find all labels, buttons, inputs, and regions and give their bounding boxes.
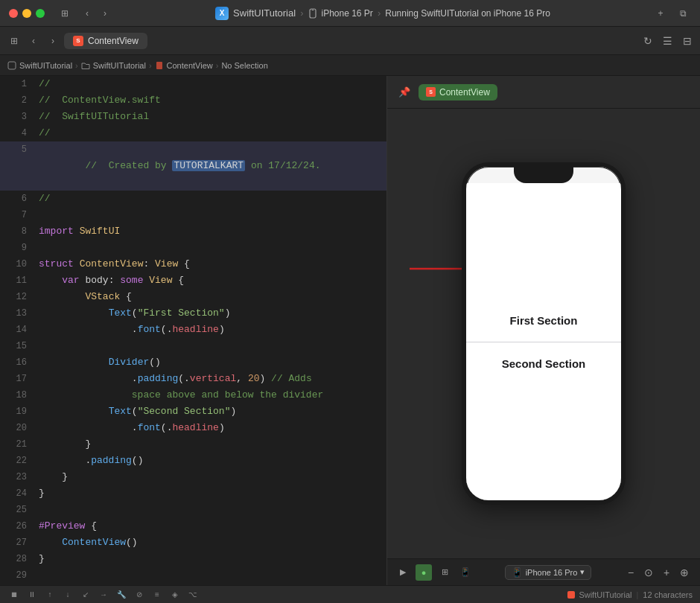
main-content: 1 // 2 // ContentView.swift 3 // SwiftUI… [0, 76, 700, 585]
preview-canvas: First Section Second Section [387, 109, 700, 558]
code-line-5: 5 // Created by TUTORIALKART on 17/12/24… [0, 141, 386, 191]
minimize-button[interactable] [22, 9, 31, 18]
code-line-15: 15 [0, 338, 386, 354]
code-line-10: 10 struct ContentView: View { [0, 256, 386, 272]
code-line-1: 1 // [0, 76, 386, 92]
code-line-2: 2 // ContentView.swift [0, 92, 386, 109]
status-app-name: SwiftUITutorial [567, 590, 631, 599]
breadcrumb-sep1: › [75, 61, 78, 70]
preview-tab[interactable]: S ContentView [419, 84, 497, 100]
status-right: SwiftUITutorial | 12 characters [567, 590, 693, 599]
code-line-4: 4 // [0, 125, 386, 141]
grid-view-button[interactable]: ⊞ [6, 33, 22, 49]
layout-button[interactable]: ☰ [661, 33, 675, 49]
status-pause-button[interactable]: ⏸ [25, 588, 39, 602]
xcode-icon: X [215, 7, 229, 20]
maximize-button[interactable] [36, 9, 45, 18]
inspector-toggle-button[interactable]: ↻ [641, 33, 655, 49]
status-bar: ⏹ ⏸ ↑ ↓ ↙ → 🔧 ⊘ ≡ ◈ ⌥ SwiftUITutorial | … [0, 585, 700, 603]
device-pill: iPhone 16 Pr [308, 8, 372, 19]
code-line-13: 13 Text("First Section") [0, 305, 386, 322]
forward-button[interactable]: › [97, 5, 113, 22]
zoom-controls: − ⊙ + ⊕ [623, 564, 693, 581]
title-center: X SwiftUITutorial › iPhone 16 Pr › Runni… [119, 7, 646, 20]
code-line-25: 25 [0, 502, 386, 518]
status-continue-button[interactable]: → [97, 588, 110, 602]
breadcrumb-project[interactable]: SwiftUITutorial [7, 61, 72, 70]
zoom-fit-button[interactable]: ⊙ [640, 564, 657, 581]
toolbar-left: ⊞ ‹ › S ContentView [6, 33, 147, 49]
status-git-button[interactable]: ⌥ [186, 588, 200, 602]
breadcrumb-folder[interactable]: SwiftUITutorial [81, 61, 146, 70]
svg-rect-6 [567, 591, 575, 599]
title-bar: ⊞ ‹ › X SwiftUITutorial › iPhone 16 Pr ›… [0, 0, 700, 27]
code-line-14: 14 .font(.headline) [0, 322, 386, 338]
swift-status-icon [567, 590, 576, 599]
device-selector[interactable]: 📱 iPhone 16 Pro ▾ [505, 565, 592, 580]
svg-rect-1 [312, 10, 314, 10]
phone-notch [514, 167, 573, 183]
zoom-reset-button[interactable]: ⊕ [676, 564, 693, 581]
status-step-in-button[interactable]: ↙ [79, 588, 92, 602]
device-name-label: iPhone 16 Pr [321, 8, 372, 19]
code-editor[interactable]: 1 // 2 // ContentView.swift 3 // SwiftUI… [0, 76, 387, 585]
project-icon [7, 61, 16, 70]
device-icon [308, 8, 318, 19]
pin-button[interactable]: 📌 [396, 84, 413, 100]
split-button[interactable]: ⊟ [681, 33, 694, 49]
code-line-22: 22 .padding() [0, 453, 386, 469]
phone-screen: First Section Second Section [466, 183, 621, 500]
code-line-18: 18 space above and below the divider [0, 387, 386, 403]
zoom-out-button[interactable]: − [623, 564, 639, 581]
close-button[interactable] [9, 9, 18, 18]
zoom-in-button[interactable]: + [658, 564, 675, 581]
status-location-button[interactable]: ◈ [168, 588, 182, 602]
breadcrumb-sep3: › [216, 61, 219, 70]
status-char-count: 12 characters [643, 590, 693, 599]
tab-label: ContentView [88, 36, 139, 46]
window-controls-button[interactable]: ⧉ [675, 5, 691, 22]
breadcrumb-file[interactable]: ContentView [155, 61, 213, 70]
code-line-26: 26 #Preview { [0, 518, 386, 535]
status-stop-button[interactable]: ⏹ [7, 588, 21, 602]
run-status-label: Running SwiftUITutorial on iPhone 16 Pro [385, 8, 550, 19]
preview-play-button[interactable]: ▶ [395, 564, 411, 581]
app-name-label: SwiftUITutorial [233, 7, 296, 19]
toolbar: ⊞ ‹ › S ContentView ↻ ☰ ⊟ [0, 27, 700, 55]
code-line-12: 12 VStack { [0, 289, 386, 305]
preview-header: 📌 S ContentView [387, 76, 700, 109]
status-simulate-button[interactable]: ≡ [150, 588, 164, 602]
code-line-9: 9 [0, 240, 386, 256]
status-sanitize-button[interactable]: ⊘ [133, 588, 146, 602]
status-memory-button[interactable]: 🔧 [115, 588, 128, 602]
breadcrumb: SwiftUITutorial › SwiftUITutorial › Cont… [0, 55, 700, 76]
code-line-23: 23 } [0, 469, 386, 485]
preview-live-button[interactable]: ● [416, 564, 432, 581]
swift-file-icon: S [73, 36, 83, 46]
toolbar-forward-button[interactable]: › [45, 33, 61, 49]
status-step-out-button[interactable]: ↑ [43, 588, 57, 602]
breadcrumb-sep2: › [149, 61, 152, 70]
back-button[interactable]: ‹ [79, 5, 95, 22]
preview-panel: 📌 S ContentView First Section [387, 76, 700, 585]
second-section-text: Second Section [466, 342, 621, 385]
code-line-8: 8 import SwiftUI [0, 223, 386, 240]
code-line-16: 16 Divider() [0, 354, 386, 371]
status-step-over-button[interactable]: ↓ [61, 588, 74, 602]
status-left: ⏹ ⏸ ↑ ↓ ↙ → 🔧 ⊘ ≡ ◈ ⌥ [7, 588, 200, 602]
code-line-28: 28 } [0, 551, 386, 567]
add-tab-button[interactable]: + [652, 5, 669, 22]
code-line-3: 3 // SwiftUITutorial [0, 109, 386, 125]
title-sep2: › [378, 7, 381, 19]
preview-grid-button[interactable]: ⊞ [436, 564, 453, 581]
breadcrumb-current[interactable]: No Selection [221, 61, 267, 70]
content-view-tab[interactable]: S ContentView [64, 33, 147, 49]
nav-arrows: ‹ › [79, 5, 113, 22]
sidebar-toggle-button[interactable]: ⊞ [57, 5, 73, 22]
preview-device-button[interactable]: 📱 [457, 564, 474, 581]
code-line-17: 17 .padding(.vertical, 20) // Adds [0, 371, 386, 387]
toolbar-back-button[interactable]: ‹ [25, 33, 42, 49]
code-line-27: 27 ContentView() [0, 535, 386, 551]
code-line-24: 24 } [0, 485, 386, 502]
first-section-text: First Section [466, 299, 621, 342]
